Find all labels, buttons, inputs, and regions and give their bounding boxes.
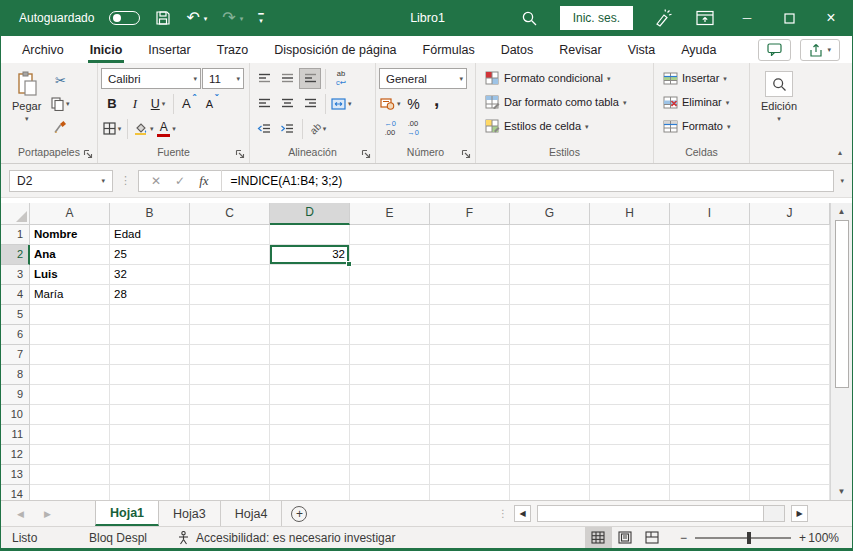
select-all-corner[interactable] bbox=[1, 203, 30, 225]
cell-c5[interactable] bbox=[190, 305, 270, 325]
column-header-b[interactable]: B bbox=[110, 203, 190, 225]
zoom-slider-thumb[interactable] bbox=[747, 532, 751, 544]
cell-b4[interactable]: 28 bbox=[110, 285, 190, 305]
formula-input[interactable]: =INDICE(A1:B4; 3;2) bbox=[222, 174, 343, 188]
column-header-e[interactable]: E bbox=[350, 203, 430, 225]
column-header-a[interactable]: A bbox=[30, 203, 110, 225]
cell-d10[interactable] bbox=[270, 405, 350, 425]
cell-e8[interactable] bbox=[350, 365, 430, 385]
format-cells-button[interactable]: Formato ▾ bbox=[661, 114, 746, 138]
font-color-chevron-icon[interactable]: ▾ bbox=[172, 125, 176, 132]
cell-i9[interactable] bbox=[670, 385, 750, 405]
fill-color-button[interactable]: ▾ bbox=[132, 118, 155, 139]
percent-style-button[interactable]: % bbox=[403, 93, 425, 114]
cell-h13[interactable] bbox=[590, 465, 670, 485]
scroll-right-button[interactable]: ▶ bbox=[791, 505, 808, 522]
bold-button[interactable]: B bbox=[101, 93, 123, 114]
normal-view-button[interactable] bbox=[585, 527, 612, 548]
accounting-format-button[interactable]: ▾ bbox=[379, 93, 402, 114]
align-top-button[interactable] bbox=[253, 68, 275, 89]
cell-h2[interactable] bbox=[590, 245, 670, 265]
font-name-select[interactable]: Calibri▾ bbox=[101, 68, 201, 89]
cell-a6[interactable] bbox=[30, 325, 110, 345]
cell-a7[interactable] bbox=[30, 345, 110, 365]
decrease-decimal-button[interactable]: .00→0 bbox=[402, 118, 424, 139]
cell-e13[interactable] bbox=[350, 465, 430, 485]
cell-b2[interactable]: 25 bbox=[110, 245, 190, 265]
column-header-g[interactable]: G bbox=[510, 203, 590, 225]
cell-d13[interactable] bbox=[270, 465, 350, 485]
cell-c8[interactable] bbox=[190, 365, 270, 385]
cell-c4[interactable] bbox=[190, 285, 270, 305]
font-color-button[interactable]: A ▾ bbox=[156, 118, 178, 139]
cell-g9[interactable] bbox=[510, 385, 590, 405]
cell-g8[interactable] bbox=[510, 365, 590, 385]
cell-a8[interactable] bbox=[30, 365, 110, 385]
cell-i12[interactable] bbox=[670, 445, 750, 465]
cell-g3[interactable] bbox=[510, 265, 590, 285]
previous-sheet-button[interactable]: ◀ bbox=[7, 501, 34, 526]
cell-a9[interactable] bbox=[30, 385, 110, 405]
cut-button[interactable]: ✂ bbox=[49, 70, 71, 91]
cell-b13[interactable] bbox=[110, 465, 190, 485]
cell-j8[interactable] bbox=[750, 365, 830, 385]
cell-d9[interactable] bbox=[270, 385, 350, 405]
fill-color-chevron-icon[interactable]: ▾ bbox=[150, 125, 154, 132]
cell-d5[interactable] bbox=[270, 305, 350, 325]
cell-g5[interactable] bbox=[510, 305, 590, 325]
cell-styles-button[interactable]: Estilos de celda ▾ bbox=[483, 114, 650, 138]
save-button[interactable] bbox=[155, 10, 171, 26]
format-as-table-button[interactable]: Dar formato como tabla ▾ bbox=[483, 90, 650, 114]
search-button[interactable] bbox=[509, 0, 551, 36]
cell-j9[interactable] bbox=[750, 385, 830, 405]
cell-h9[interactable] bbox=[590, 385, 670, 405]
minimize-button[interactable]: ─ bbox=[726, 0, 768, 36]
scroll-up-button[interactable]: ▲ bbox=[831, 203, 852, 220]
cell-d11[interactable] bbox=[270, 425, 350, 445]
cell-e3[interactable] bbox=[350, 265, 430, 285]
row-header-12[interactable]: 12 bbox=[1, 445, 30, 465]
row-header-5[interactable]: 5 bbox=[1, 305, 30, 325]
undo-button[interactable]: ↶ ▾ bbox=[186, 10, 207, 26]
cell-c12[interactable] bbox=[190, 445, 270, 465]
tab-revisar[interactable]: Revisar bbox=[546, 36, 614, 63]
cell-c7[interactable] bbox=[190, 345, 270, 365]
cell-h5[interactable] bbox=[590, 305, 670, 325]
cell-b9[interactable] bbox=[110, 385, 190, 405]
column-header-d[interactable]: D bbox=[270, 203, 350, 225]
cell-g14[interactable] bbox=[510, 485, 590, 500]
formula-bar-resize-handle[interactable]: ⋮ bbox=[120, 174, 131, 187]
cell-a5[interactable] bbox=[30, 305, 110, 325]
tab-formulas[interactable]: Fórmulas bbox=[410, 36, 488, 63]
font-size-select[interactable]: 11▾ bbox=[202, 68, 244, 89]
scroll-down-button[interactable]: ▼ bbox=[831, 483, 852, 500]
cell-j5[interactable] bbox=[750, 305, 830, 325]
cell-e4[interactable] bbox=[350, 285, 430, 305]
cell-j3[interactable] bbox=[750, 265, 830, 285]
cell-j11[interactable] bbox=[750, 425, 830, 445]
cell-h4[interactable] bbox=[590, 285, 670, 305]
page-break-preview-button[interactable] bbox=[639, 527, 666, 548]
name-box[interactable]: D2 ▾ bbox=[9, 170, 113, 192]
cell-e10[interactable] bbox=[350, 405, 430, 425]
cell-b6[interactable] bbox=[110, 325, 190, 345]
row-header-3[interactable]: 3 bbox=[1, 265, 30, 285]
tab-ayuda[interactable]: Ayuda bbox=[668, 36, 729, 63]
cell-h12[interactable] bbox=[590, 445, 670, 465]
ribbon-display-options-button[interactable] bbox=[684, 0, 726, 36]
alineacion-dialog-launcher[interactable] bbox=[359, 147, 372, 160]
align-bottom-button[interactable] bbox=[299, 68, 321, 89]
cell-h10[interactable] bbox=[590, 405, 670, 425]
zoom-level[interactable]: 100% bbox=[806, 531, 852, 545]
close-button[interactable]: × bbox=[810, 0, 852, 36]
cell-e5[interactable] bbox=[350, 305, 430, 325]
cell-a3[interactable]: Luis bbox=[30, 265, 110, 285]
tab-datos[interactable]: Datos bbox=[488, 36, 547, 63]
horizontal-scrollbar-thumb[interactable] bbox=[538, 506, 764, 521]
paste-chevron-icon[interactable]: ▾ bbox=[25, 115, 29, 122]
zoom-in-button[interactable]: + bbox=[799, 531, 806, 545]
editing-button[interactable]: Edición ▾ bbox=[753, 66, 805, 163]
cell-a10[interactable] bbox=[30, 405, 110, 425]
cancel-button[interactable]: ✕ bbox=[151, 174, 161, 188]
align-center-button[interactable] bbox=[276, 93, 298, 114]
